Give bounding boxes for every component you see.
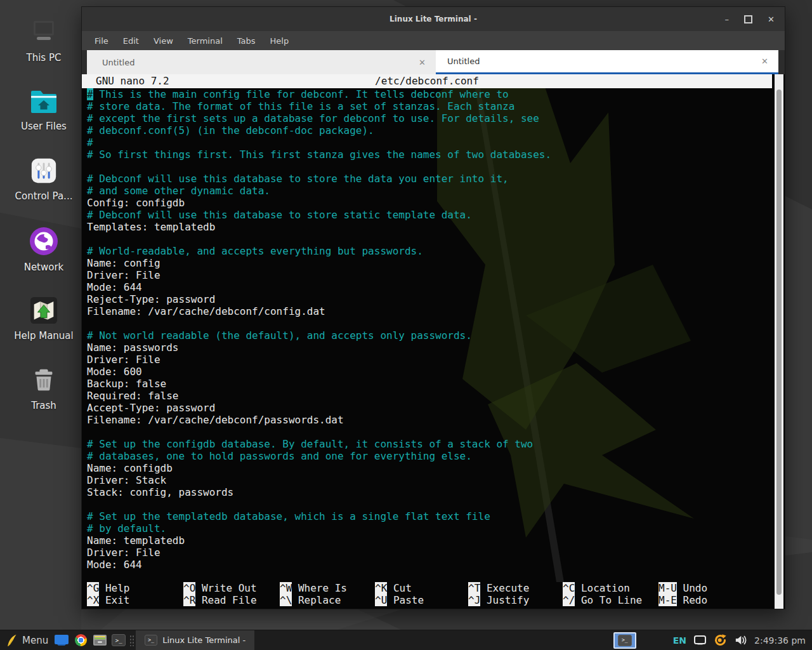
terminal-line: Name: passwords: [87, 342, 551, 354]
window-titlebar[interactable]: Linux Lite Terminal - – ✕: [82, 7, 785, 31]
terminal-icon: >_: [618, 635, 632, 646]
help-manual-icon: [29, 296, 58, 325]
terminal-line: # by default.: [87, 522, 551, 534]
tab-untitled-1[interactable]: Untitled ✕: [87, 50, 436, 74]
control-panel-icon: [29, 156, 58, 185]
desktop-icon-user-files[interactable]: User Files: [6, 86, 81, 132]
terminal-line: Backup: false: [87, 378, 551, 390]
terminal-line: # Debconf will use this database to stor…: [87, 209, 551, 221]
desktop-icon-help-manual[interactable]: Help Manual: [6, 296, 81, 342]
desktop-icon-control-panel[interactable]: Control Pa...: [6, 156, 81, 202]
tab-label: Untitled: [436, 56, 480, 66]
volume-tray-icon[interactable]: [735, 635, 747, 646]
launcher-archive[interactable]: [90, 630, 109, 650]
terminal-icon: >_: [112, 634, 126, 646]
terminal-line: # Set up the templatedb database, which …: [87, 510, 551, 522]
folder-home-icon: [29, 86, 59, 116]
display-tray-icon[interactable]: [694, 635, 706, 645]
terminal-icon: >_: [145, 635, 157, 646]
nano-shortcut: M-E Redo: [658, 594, 761, 606]
menu-item-file[interactable]: File: [95, 36, 108, 46]
desktop-icon-label: Help Manual: [14, 330, 73, 342]
menu-item-view[interactable]: View: [154, 36, 173, 46]
window-title: Linux Lite Terminal -: [390, 15, 477, 23]
menu-item-terminal[interactable]: Terminal: [188, 36, 223, 46]
nano-titlebar: GNU nano 7.2 /etc/debconf.conf: [82, 74, 772, 88]
clock[interactable]: 2:49:36 pm: [754, 635, 806, 646]
desktop-icon-label: Trash: [31, 400, 56, 411]
terminal-scrollbar[interactable]: [775, 74, 783, 609]
nano-shortcut-bar: ^G Help^O Write Out^W Where Is^K Cut^T E…: [87, 582, 763, 606]
desktop-icon-this-pc[interactable]: This PC: [6, 17, 81, 63]
network-globe-icon: [29, 226, 59, 256]
terminal-line: [87, 498, 551, 510]
nano-shortcut: ^/ Go To Line: [563, 594, 658, 606]
menu-item-edit[interactable]: Edit: [123, 36, 139, 46]
launcher-file-manager[interactable]: [52, 630, 71, 650]
terminal-line: Name: configdb: [87, 462, 551, 474]
launcher-chrome[interactable]: [71, 630, 90, 650]
terminal-line: # This is the main config file for debco…: [87, 88, 551, 100]
file-manager-icon: [55, 635, 69, 646]
workspace-switcher[interactable]: >_: [613, 632, 636, 649]
minimize-button[interactable]: –: [725, 15, 730, 23]
tab-untitled-2[interactable]: Untitled ✕: [436, 50, 778, 74]
terminal-line: Mode: 600: [87, 366, 551, 378]
taskbar-window-button[interactable]: >_ Linux Lite Terminal -: [136, 630, 254, 650]
nano-shortcut: M-U Undo: [658, 582, 761, 594]
terminal-content[interactable]: GNU nano 7.2 /etc/debconf.conf # This is…: [82, 74, 785, 609]
nano-shortcut: ^C Location: [563, 582, 658, 594]
tab-label: Untitled: [87, 58, 134, 67]
terminal-lines: # This is the main config file for debco…: [87, 88, 551, 571]
terminal-line: Templates: templatedb: [87, 221, 551, 233]
launcher-terminal[interactable]: >_: [109, 630, 128, 650]
terminal-line: # store data. The format of this file is…: [87, 100, 551, 112]
keyboard-layout-indicator[interactable]: EN: [673, 635, 686, 646]
close-button[interactable]: ✕: [768, 15, 775, 23]
terminal-line: # debconf.conf(5) (in the debconf-doc pa…: [87, 124, 551, 136]
desktop-icon-trash[interactable]: Trash: [6, 366, 81, 411]
terminal-line: # Debconf will use this database to stor…: [87, 173, 551, 185]
desktop-icon-network[interactable]: Network: [6, 226, 81, 273]
nano-shortcut: ^R Read File: [183, 594, 280, 606]
terminal-line: # databases, one to hold passwords and o…: [87, 450, 551, 462]
terminal-line: [87, 161, 551, 173]
taskbar-window-label: Linux Lite Terminal -: [162, 635, 246, 645]
menu-item-tabs[interactable]: Tabs: [237, 36, 256, 46]
terminal-line: Name: config: [87, 257, 551, 269]
chrome-icon: [75, 634, 87, 646]
desktop-icon-label: Network: [24, 262, 64, 273]
taskbar-menu-button[interactable]: Menu: [0, 630, 52, 650]
desktop: This PC User Files Control Pa...: [0, 0, 812, 650]
desktop-icon-label: User Files: [21, 121, 67, 132]
terminal-line: [87, 426, 551, 438]
updates-tray-icon[interactable]: [714, 633, 727, 647]
terminal-line: # Not world readable (the default), and …: [87, 329, 551, 342]
tab-close-icon[interactable]: ✕: [419, 58, 426, 67]
terminal-window: Linux Lite Terminal - – ✕ FileEditViewTe…: [81, 6, 785, 609]
desktop-icon-label: This PC: [27, 52, 62, 63]
terminal-line: Driver: File: [87, 547, 551, 559]
terminal-line: Driver: Stack: [87, 474, 551, 486]
menu-item-help[interactable]: Help: [270, 36, 289, 46]
terminal-line: Required: false: [87, 390, 551, 402]
terminal-line: Driver: File: [87, 354, 551, 366]
terminal-line: # and some other dynamic data.: [87, 185, 551, 197]
text-cursor: #: [87, 88, 93, 100]
maximize-button[interactable]: [744, 15, 752, 23]
nano-shortcut: ^T Execute: [468, 582, 563, 594]
desktop-icon-label: Control Pa...: [15, 190, 73, 202]
nano-shortcut: ^G Help: [87, 582, 183, 594]
taskbar-separator: [129, 635, 134, 646]
terminal-line: Config: configdb: [87, 197, 551, 209]
nano-shortcut: ^K Cut: [375, 582, 468, 594]
tab-close-icon[interactable]: ✕: [761, 56, 768, 66]
terminal-line: Mode: 644: [87, 281, 551, 293]
taskbar-menu-label: Menu: [22, 635, 48, 646]
terminal-line: Filename: /var/cache/debconf/passwords.d…: [87, 414, 551, 426]
scrollbar-thumb[interactable]: [776, 90, 782, 595]
terminal-line: # Set up the configdb database. By defau…: [87, 438, 551, 450]
terminal-line: Name: templatedb: [87, 534, 551, 547]
terminal-line: #: [87, 136, 551, 149]
terminal-line: Accept-Type: password: [87, 402, 551, 414]
